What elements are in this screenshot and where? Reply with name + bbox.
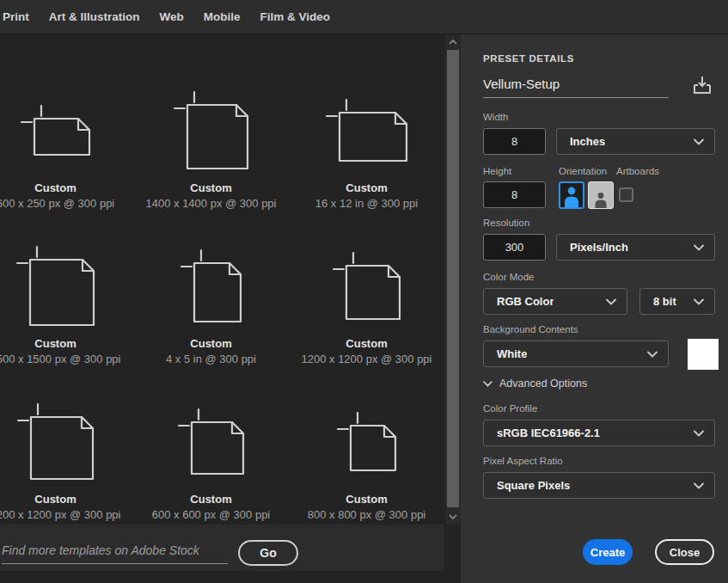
chevron-down-icon — [647, 351, 658, 358]
resolution-input[interactable] — [483, 234, 546, 261]
pixel-aspect-ratio-label: Pixel Aspect Ratio — [483, 456, 563, 466]
background-contents-value: White — [497, 347, 527, 360]
portrait-person-icon — [563, 187, 580, 207]
document-preview-icon — [289, 85, 444, 176]
preset-name-input[interactable] — [483, 74, 669, 98]
template-item[interactable]: Custom 1500 x 1500 px @ 300 ppi — [0, 241, 133, 396]
document-preview-icon — [289, 241, 444, 332]
template-name: Custom — [0, 337, 133, 350]
background-contents-label: Background Contents — [483, 324, 578, 334]
go-button[interactable]: Go — [238, 540, 298, 566]
resolution-unit-dropdown[interactable]: Pixels/Inch — [556, 234, 715, 261]
artboards-label: Artboards — [616, 166, 659, 176]
background-color-swatch[interactable] — [688, 339, 719, 370]
chevron-down-icon — [694, 482, 704, 489]
template-dims: 1500 x 1500 px @ 300 ppi — [0, 353, 133, 365]
save-preset-button[interactable] — [689, 72, 715, 98]
template-grid: Custom 600 x 250 px @ 300 ppi Custom 140… — [0, 85, 444, 552]
color-profile-value: sRGB IEC61966-2.1 — [497, 427, 600, 439]
chevron-down-icon — [483, 381, 492, 387]
tab-print[interactable]: Print — [3, 10, 29, 23]
artboards-checkbox[interactable] — [619, 187, 633, 202]
template-item[interactable]: Custom 1400 x 1400 px @ 300 ppi — [133, 85, 289, 241]
bit-depth-value: 8 bit — [653, 295, 676, 308]
document-preview-icon — [0, 396, 133, 488]
document-preview-icon — [289, 396, 444, 488]
category-tab-bar: Print Art & Illustration Web Mobile Film… — [0, 0, 728, 34]
background-contents-dropdown[interactable]: White — [483, 341, 669, 367]
chevron-down-icon — [694, 430, 704, 437]
template-list-panel: Custom 600 x 250 px @ 300 ppi Custom 140… — [0, 34, 445, 583]
color-mode-label: Color Mode — [483, 272, 534, 282]
chevron-down-icon — [694, 244, 704, 251]
save-download-icon — [691, 75, 713, 95]
template-dims: 4 x 5 in @ 300 ppi — [133, 353, 289, 365]
tab-art-illustration[interactable]: Art & Illustration — [49, 10, 140, 23]
width-unit-dropdown[interactable]: Inches — [556, 128, 715, 155]
template-name: Custom — [133, 337, 289, 350]
width-unit-value: Inches — [570, 135, 605, 148]
template-dims: 600 x 600 px @ 300 ppi — [133, 508, 289, 521]
document-preview-icon — [0, 241, 133, 332]
template-name: Custom — [289, 493, 444, 506]
advanced-options-toggle[interactable]: Advanced Options — [483, 377, 587, 390]
template-item[interactable]: Custom 4 x 5 in @ 300 ppi — [133, 241, 289, 396]
width-label: Width — [483, 112, 508, 122]
orientation-landscape-button[interactable] — [588, 181, 614, 209]
panel-title: PRESET DETAILS — [483, 53, 574, 64]
template-dims: 600 x 250 px @ 300 ppi — [0, 197, 133, 210]
document-preview-icon — [133, 85, 289, 176]
template-dims: 1400 x 1400 px @ 300 ppi — [133, 197, 289, 210]
template-name: Custom — [289, 181, 444, 194]
template-item[interactable]: Custom 600 x 250 px @ 300 ppi — [0, 85, 133, 241]
resolution-unit-value: Pixels/Inch — [570, 241, 628, 254]
close-button[interactable]: Close — [655, 539, 714, 565]
template-name: Custom — [133, 181, 289, 194]
color-mode-value: RGB Color — [497, 295, 554, 308]
template-dims: 1200 x 1200 px @ 300 ppi — [0, 508, 133, 521]
template-dims: 1200 x 1200 px @ 300 ppi — [289, 353, 444, 365]
color-mode-dropdown[interactable]: RGB Color — [483, 288, 627, 315]
template-list-scrollbar — [445, 34, 461, 525]
height-label: Height — [483, 166, 511, 176]
template-item[interactable]: Custom 16 x 12 in @ 300 ppi — [289, 85, 444, 241]
chevron-up-icon — [449, 40, 457, 45]
landscape-person-icon — [594, 192, 608, 208]
advanced-options-label: Advanced Options — [499, 377, 587, 390]
chevron-down-icon — [449, 514, 457, 519]
pixel-aspect-ratio-value: Square Pixels — [497, 479, 570, 492]
scrollbar-thumb[interactable] — [447, 50, 459, 507]
color-profile-label: Color Profile — [483, 403, 537, 414]
template-name: Custom — [289, 337, 444, 350]
template-dims: 16 x 12 in @ 300 ppi — [289, 197, 444, 210]
new-document-dialog: Print Art & Illustration Web Mobile Film… — [0, 0, 728, 583]
orientation-label: Orientation — [559, 166, 607, 176]
document-preview-icon — [0, 85, 133, 176]
tab-mobile[interactable]: Mobile — [204, 10, 241, 23]
scroll-down-button[interactable] — [445, 511, 461, 523]
chevron-down-icon — [694, 298, 704, 305]
tab-web[interactable]: Web — [160, 10, 184, 23]
template-dims: 800 x 800 px @ 300 ppi — [289, 508, 444, 521]
chevron-down-icon — [606, 298, 616, 305]
resolution-label: Resolution — [483, 218, 529, 228]
template-item[interactable]: Custom 1200 x 1200 px @ 300 ppi — [289, 241, 444, 396]
height-input[interactable] — [483, 181, 546, 208]
chevron-down-icon — [694, 138, 704, 145]
stock-search-input[interactable] — [2, 537, 228, 564]
pixel-aspect-ratio-dropdown[interactable]: Square Pixels — [483, 472, 715, 499]
document-preview-icon — [133, 396, 289, 488]
preset-details-panel: PRESET DETAILS Width Inches Height Orien… — [461, 34, 728, 583]
document-preview-icon — [133, 241, 289, 332]
tab-film-video[interactable]: Film & Video — [260, 10, 331, 23]
bit-depth-dropdown[interactable]: 8 bit — [639, 288, 715, 315]
width-input[interactable] — [483, 128, 546, 155]
color-profile-dropdown[interactable]: sRGB IEC61966-2.1 — [483, 420, 715, 446]
adobe-stock-bar: Go — [0, 525, 444, 571]
template-name: Custom — [0, 181, 133, 194]
template-name: Custom — [0, 493, 133, 506]
scroll-up-button[interactable] — [445, 36, 461, 48]
create-button[interactable]: Create — [583, 539, 633, 565]
template-name: Custom — [133, 493, 289, 506]
orientation-portrait-button[interactable] — [559, 181, 584, 209]
